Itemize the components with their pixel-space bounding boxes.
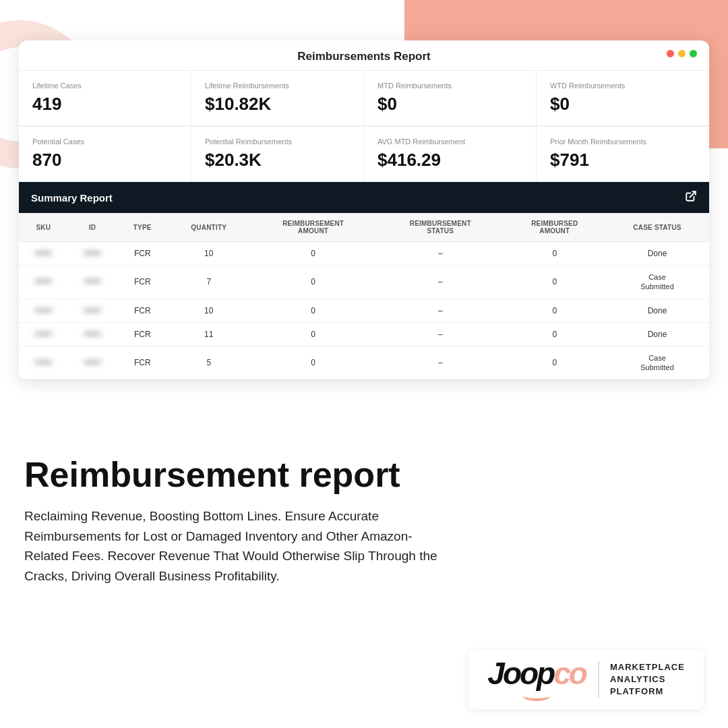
dashboard-card: Reimbursements Report Lifetime Cases 419… <box>19 40 709 380</box>
th-type: TYPE <box>117 213 168 242</box>
td-case-status: Done <box>605 242 709 266</box>
td-reimb-amount: 0 <box>249 299 377 322</box>
stat-potential-cases: Potential Cases 870 <box>19 127 191 182</box>
td-id: •••••• <box>68 322 117 346</box>
window-dot-green <box>690 50 697 57</box>
th-case-status: CASE STATUS <box>605 213 709 242</box>
stat-prior-month: Prior Month Reimbursements $791 <box>537 127 709 182</box>
td-quantity: 5 <box>168 346 249 380</box>
text-block: Reimbursement report Reclaiming Revenue,… <box>24 456 704 586</box>
stat-lifetime-reimbursements: Lifetime Reimbursements $10.82K <box>191 71 364 126</box>
external-link-icon[interactable] <box>685 190 697 205</box>
table-row: •••••• •••••• FCR 10 0 – 0 Done <box>19 242 709 266</box>
td-type: FCR <box>117 322 168 346</box>
logo-tagline: MARKETPLACE ANALYTICS PLATFORM <box>598 661 685 698</box>
td-reimb-status: – <box>377 346 504 380</box>
stat-lifetime-cases: Lifetime Cases 419 <box>19 71 191 126</box>
td-type: FCR <box>117 266 168 299</box>
report-description: Reclaiming Revenue, Boosting Bottom Line… <box>24 506 442 586</box>
stat-value-lifetime-cases: 419 <box>32 94 177 115</box>
th-sku: SKU <box>19 213 68 242</box>
stat-value-lifetime-reimbursements: $10.82K <box>205 94 350 115</box>
stat-mtd-reimbursements: MTD Reimbursements $0 <box>364 71 537 126</box>
th-id: ID <box>68 213 117 242</box>
logo-p: p <box>537 656 553 691</box>
td-id: •••••• <box>68 266 117 299</box>
stat-value-avg-mtd: $416.29 <box>377 150 522 171</box>
td-case-status: CaseSubmitted <box>605 266 709 299</box>
td-quantity: 7 <box>168 266 249 299</box>
td-sku: •••••• <box>19 242 68 266</box>
stat-value-mtd: $0 <box>377 94 522 115</box>
td-case-status: Done <box>605 322 709 346</box>
td-reimbursed-amount: 0 <box>504 242 605 266</box>
logo-box: Joopco MARKETPLACE ANALYTICS PLATFORM <box>468 650 704 709</box>
logo-oo: oo <box>503 656 537 691</box>
logo-area: Joopco MARKETPLACE ANALYTICS PLATFORM <box>24 650 704 709</box>
td-id: •••••• <box>68 299 117 322</box>
stat-label-wtd: WTD Reimbursements <box>550 82 696 90</box>
stat-label-lifetime-cases: Lifetime Cases <box>32 82 177 90</box>
td-quantity: 10 <box>168 242 249 266</box>
top-section: Reimbursements Report Lifetime Cases 419… <box>0 0 728 431</box>
table-row: •••••• •••••• FCR 7 0 – 0 CaseSubmitted <box>19 266 709 299</box>
stat-wtd-reimbursements: WTD Reimbursements $0 <box>537 71 709 126</box>
th-reimbursement-amount: REIMBURSEMENTAMOUNT <box>249 213 377 242</box>
stat-label-potential-cases: Potential Cases <box>32 138 177 146</box>
td-reimb-amount: 0 <box>249 242 377 266</box>
th-quantity: QUANTITY <box>168 213 249 242</box>
stat-label-lifetime-reimbursements: Lifetime Reimbursements <box>205 82 350 90</box>
td-quantity: 11 <box>168 322 249 346</box>
logo-co: co <box>553 656 586 691</box>
td-case-status: Done <box>605 299 709 322</box>
report-heading: Reimbursement report <box>24 456 704 494</box>
stat-value-potential-cases: 870 <box>32 150 177 171</box>
td-id: •••••• <box>68 346 117 380</box>
bottom-section: Reimbursement report Reclaiming Revenue,… <box>0 431 728 728</box>
summary-title: Summary Report <box>31 192 113 204</box>
dashboard-title: Reimbursements Report <box>19 40 709 71</box>
stat-value-wtd: $0 <box>550 94 696 115</box>
window-dot-yellow <box>678 50 686 57</box>
td-id: •••••• <box>68 242 117 266</box>
logo-wordmark: Joopco <box>487 658 586 689</box>
td-sku: •••••• <box>19 266 68 299</box>
td-reimb-status: – <box>377 242 504 266</box>
td-reimb-amount: 0 <box>249 346 377 380</box>
td-type: FCR <box>117 299 168 322</box>
summary-header: Summary Report <box>19 182 709 213</box>
td-sku: •••••• <box>19 346 68 380</box>
td-reimb-status: – <box>377 299 504 322</box>
stats-row-2: Potential Cases 870 Potential Reimbursem… <box>19 127 709 182</box>
table-header-row: SKU ID TYPE QUANTITY REIMBURSEMENTAMOUNT… <box>19 213 709 242</box>
window-dot-red <box>667 50 674 57</box>
td-reimb-amount: 0 <box>249 322 377 346</box>
stats-row-1: Lifetime Cases 419 Lifetime Reimbursemen… <box>19 71 709 127</box>
logo-smile <box>522 690 551 701</box>
stat-value-potential-reimb: $20.3K <box>205 150 350 171</box>
joopco-logo: Joopco <box>487 658 586 701</box>
logo-j: J <box>487 656 503 691</box>
td-reimb-status: – <box>377 266 504 299</box>
th-reimbursement-status: REIMBURSEMENTSTATUS <box>377 213 504 242</box>
svg-line-0 <box>690 191 696 197</box>
td-type: FCR <box>117 346 168 380</box>
window-controls <box>667 50 697 57</box>
table-container: SKU ID TYPE QUANTITY REIMBURSEMENTAMOUNT… <box>19 213 709 380</box>
td-reimbursed-amount: 0 <box>504 322 605 346</box>
td-reimb-status: – <box>377 322 504 346</box>
table-row: •••••• •••••• FCR 11 0 – 0 Done <box>19 322 709 346</box>
td-sku: •••••• <box>19 299 68 322</box>
stat-label-potential-reimb: Potential Reimbursements <box>205 138 350 146</box>
td-type: FCR <box>117 242 168 266</box>
td-reimbursed-amount: 0 <box>504 299 605 322</box>
td-reimbursed-amount: 0 <box>504 266 605 299</box>
th-reimbursed-amount: REIMBURSEDAMOUNT <box>504 213 605 242</box>
td-sku: •••••• <box>19 322 68 346</box>
table-row: •••••• •••••• FCR 10 0 – 0 Done <box>19 299 709 322</box>
stat-label-mtd: MTD Reimbursements <box>377 82 522 90</box>
stat-potential-reimbursements: Potential Reimbursements $20.3K <box>191 127 364 182</box>
bottom-content: Reimbursement report Reclaiming Revenue,… <box>0 431 728 728</box>
stat-value-prior-month: $791 <box>550 150 696 171</box>
td-quantity: 10 <box>168 299 249 322</box>
